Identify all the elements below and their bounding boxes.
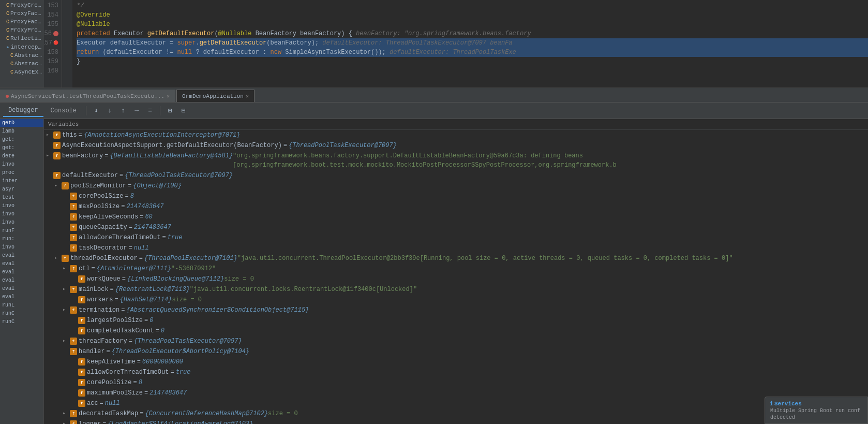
line-number: 157🔴 [44, 38, 58, 48]
var-expand-arrow[interactable]: ▸ [54, 181, 62, 191]
watch-btn[interactable]: ⊟ [178, 105, 189, 116]
file-tree-item[interactable]: CProxyFactory [0, 9, 44, 18]
call-stack-item[interactable]: lamb [0, 127, 43, 136]
file-tree-item[interactable]: CAsyncExecutionAspectSupport [0, 68, 44, 76]
variable-row[interactable]: ftaskDecorator = null [44, 243, 868, 253]
var-value: {AtomicInteger@7111} [97, 264, 171, 273]
variable-row[interactable]: ▸fdecoratedTaskMap = {ConcurrentReferenc… [44, 408, 868, 419]
services-panel[interactable]: ℹ Services Multiple Spring Boot run conf… [765, 397, 868, 424]
var-expand-arrow[interactable]: ▸ [63, 264, 70, 273]
variable-row[interactable]: fqueueCapacity = 2147483647 [44, 222, 868, 232]
variables-content[interactable]: ▸fthis = {AnnotationAsyncExecutionInterc… [44, 130, 868, 424]
call-stack-item[interactable]: eval [0, 293, 43, 301]
variable-row[interactable]: ▸flogger = {LogAdapter$Slf4jLocationAwar… [44, 419, 868, 424]
variable-row[interactable]: ▸fthreadFactory = {ThreadPoolTaskExecuto… [44, 336, 868, 346]
var-equals: = [121, 202, 125, 211]
run-to-cursor-btn[interactable]: → [131, 105, 142, 116]
call-stack-item[interactable]: inter [0, 177, 43, 185]
call-stack-item[interactable]: invo [0, 218, 43, 227]
var-type-icon: f [70, 224, 77, 231]
services-subtitle2: detected [770, 415, 862, 420]
frames-btn[interactable]: ⊞ [164, 105, 176, 116]
variable-row[interactable]: fallowCoreThreadTimeOut = true [44, 367, 868, 377]
variable-row[interactable]: ▸ftermination = {AbstractQueuedSynchroni… [44, 305, 868, 315]
call-stack-item[interactable]: eval [0, 268, 43, 276]
variable-row[interactable]: fdefaultExecutor = {ThreadPoolTaskExecut… [44, 170, 868, 181]
variable-row[interactable]: ▸fctl = {AtomicInteger@7111} "-536870912… [44, 264, 868, 274]
variable-row[interactable]: facc = null [44, 398, 868, 408]
call-stack-item[interactable]: invo [0, 243, 43, 252]
call-stack-item[interactable]: runF [0, 227, 43, 235]
file-tree-item[interactable]: CAbstractMonitoringInterceptor [0, 51, 44, 60]
variable-row[interactable]: fhandler = {ThreadPoolExecutor$AbortPoli… [44, 346, 868, 357]
var-expand-arrow[interactable]: ▸ [63, 409, 70, 418]
call-stack-item[interactable]: proc [0, 169, 43, 177]
variable-row[interactable]: fmaxPoolSize = 2147483647 [44, 201, 868, 212]
editor-tab[interactable]: AsyncServiceTest.testThreadPoolTaskExecu… [0, 90, 175, 102]
var-expand-arrow[interactable]: ▸ [46, 151, 53, 160]
call-stack-item[interactable]: runC [0, 310, 43, 318]
step-out-btn[interactable]: ↑ [117, 105, 129, 116]
var-value: 2147483647 [149, 388, 187, 398]
editor-tab[interactable]: OrmDemoApplication✕ [176, 90, 255, 102]
file-tree-item[interactable]: CReflectiveMethodInvocation [0, 34, 44, 42]
call-stack-item[interactable]: runC [0, 318, 43, 326]
call-stack-item[interactable]: get: [0, 136, 43, 144]
call-stack-item[interactable]: invo [0, 160, 43, 169]
variable-row[interactable]: ▸fbeanFactory = {DefaultListableBeanFact… [44, 151, 868, 170]
var-expand-arrow[interactable]: ▸ [63, 305, 70, 315]
variable-row[interactable]: ▸fmainLock = {ReentrantLock@7113} "java.… [44, 284, 868, 295]
call-stack-item[interactable]: get: [0, 144, 43, 152]
var-name: queueCapacity [79, 223, 127, 232]
variable-row[interactable]: flargestPoolSize = 0 [44, 315, 868, 326]
call-stack-item[interactable]: asyr [0, 185, 43, 194]
var-expand-arrow[interactable]: ▸ [46, 130, 53, 140]
evaluate-btn[interactable]: ≡ [144, 105, 156, 116]
var-value: null [105, 399, 120, 408]
file-tree-item[interactable]: CProxyFactoryBean [0, 18, 44, 26]
var-equals: = [144, 388, 148, 398]
call-stack-item[interactable]: runL [0, 301, 43, 310]
variable-row[interactable]: fworkers = {HashSet@7114} size = 0 [44, 295, 868, 305]
step-into-btn[interactable]: ↓ [104, 105, 115, 116]
call-stack-item[interactable]: eval [0, 276, 43, 285]
variable-row[interactable]: ▸fthis = {AnnotationAsyncExecutionInterc… [44, 130, 868, 140]
variable-row[interactable]: fcorePoolSize = 8 [44, 191, 868, 201]
var-expand-arrow[interactable]: ▸ [63, 285, 70, 294]
var-value: 60000000000 [142, 357, 183, 367]
var-expand-arrow[interactable]: ▸ [63, 337, 70, 346]
call-stack-item[interactable]: invo [0, 202, 43, 210]
var-type-icon: f [78, 275, 85, 283]
file-tree-item[interactable]: CProxyCreatorSupport [0, 1, 44, 9]
tab-debugger[interactable]: Debugger [3, 105, 43, 117]
call-stack-item[interactable]: eval [0, 285, 43, 293]
var-expand-arrow[interactable]: ▸ [63, 419, 70, 424]
variable-row[interactable]: fcorePoolSize = 8 [44, 377, 868, 388]
call-stack-item[interactable]: getD [0, 119, 43, 127]
close-tab-btn[interactable]: ✕ [246, 93, 249, 99]
variable-row[interactable]: fworkQueue = {LinkedBlockingQueue@7112} … [44, 274, 868, 284]
file-tree-item[interactable]: ▸interceptor [0, 42, 44, 51]
variable-row[interactable]: fmaximumPoolSize = 2147483647 [44, 388, 868, 398]
call-stack-item[interactable]: eval [0, 252, 43, 260]
call-stack-item[interactable]: test [0, 194, 43, 202]
file-tree-item[interactable]: CProxyProcessorSupport [0, 26, 44, 34]
var-equals: = [139, 254, 143, 263]
step-over-btn[interactable]: ⬇ [91, 105, 102, 116]
call-stack-item[interactable]: invo [0, 210, 43, 218]
variable-row[interactable]: fAsyncExecutionAspectSupport.getDefaultE… [44, 140, 868, 151]
var-expand-arrow[interactable]: ▸ [54, 254, 62, 263]
call-stack-item[interactable]: dete [0, 152, 43, 160]
close-tab-btn[interactable]: ✕ [167, 93, 170, 99]
variable-row[interactable]: fkeepAliveTime = 60000000000 [44, 357, 868, 367]
call-stack-item[interactable]: run: [0, 235, 43, 243]
call-stack-item[interactable]: eval [0, 260, 43, 268]
variable-row[interactable]: ▸fthreadPoolExecutor = {ThreadPoolExecut… [44, 253, 868, 264]
variable-row[interactable]: fkeepAliveSeconds = 60 [44, 212, 868, 222]
file-tree-item[interactable]: CAbstractTraceInterceptor [0, 60, 44, 68]
var-value: true [168, 233, 183, 242]
variable-row[interactable]: ▸fpoolSizeMonitor = {Object@7100} [44, 181, 868, 191]
variable-row[interactable]: fallowCoreThreadTimeOut = true [44, 232, 868, 243]
variable-row[interactable]: fcompletedTaskCount = 0 [44, 326, 868, 336]
tab-console[interactable]: Console [46, 105, 82, 116]
